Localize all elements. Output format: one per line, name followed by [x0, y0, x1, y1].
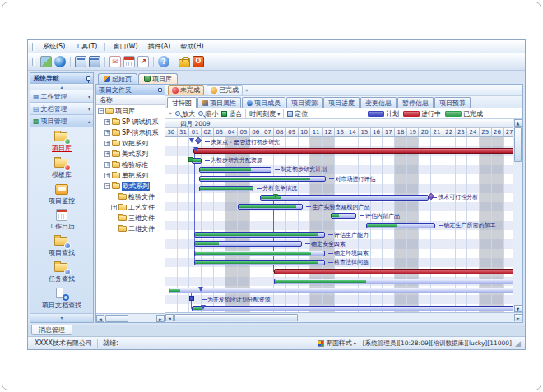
tab-change-info[interactable]: 变更信息 [360, 97, 397, 108]
scroll-down-icon[interactable]: ▼ [514, 305, 522, 312]
help-icon[interactable] [158, 56, 169, 67]
sidebar-item-template-library[interactable]: 模板库 [30, 157, 93, 179]
sidebar-item-project-monitor[interactable]: 项目监控 [30, 183, 93, 205]
sidebar-item-task-search[interactable]: 任务查找 [30, 261, 93, 284]
gantt-bar[interactable] [274, 269, 513, 274]
sidebar-group-work-management[interactable]: ▦工作管理▾ [30, 90, 93, 103]
tree-node[interactable]: 检验文件 [96, 191, 165, 202]
tree-expander-icon[interactable]: + [104, 119, 110, 125]
chart-vertical-scrollbar[interactable]: ▲ ▼ [513, 119, 522, 312]
gantt-bar[interactable] [194, 260, 325, 265]
tree-expander-icon[interactable]: + [104, 162, 110, 168]
tree-node[interactable]: +双把系列 [96, 138, 165, 149]
tree-node[interactable]: −欧式系列 [96, 181, 165, 191]
tab-project-budget[interactable]: 项目预算 [434, 97, 471, 108]
pin-icon[interactable] [158, 88, 162, 92]
more-chevron-icon[interactable]: » [245, 87, 248, 94]
image-icon[interactable] [40, 56, 52, 67]
tree-node[interactable]: +SP-调试机系 [96, 117, 165, 127]
tree-expander-icon[interactable]: + [111, 205, 117, 210]
tree-node[interactable]: +工艺文件 [96, 202, 165, 213]
gantt-bar[interactable] [199, 176, 326, 182]
tab-project-members[interactable]: 项目成员 [242, 97, 285, 108]
zoom-out-button[interactable]: 缩小 [198, 109, 218, 118]
scroll-left-icon[interactable]: ◄ [96, 315, 104, 322]
sidebar-collapse-button[interactable]: ▴ [30, 84, 93, 90]
tree-node[interactable]: +单把系列 [96, 170, 165, 181]
menu-item[interactable]: 系统(S) [38, 41, 70, 52]
gantt-bar[interactable] [194, 241, 302, 247]
gantt-bar[interactable] [331, 213, 356, 219]
locate-button[interactable]: 定位 [287, 109, 308, 118]
sidebar-item-project-search[interactable]: 项目查找 [30, 235, 93, 257]
time-scale-button[interactable]: 时间刻度▾ [249, 109, 280, 118]
tree-expander-icon[interactable]: + [104, 173, 110, 178]
gantt-bar[interactable] [194, 232, 325, 238]
doc-tab-start-page[interactable]: 起始页 [98, 73, 137, 84]
tree-expander-icon[interactable]: + [104, 141, 110, 146]
sidebar-item-project-doc-search[interactable]: 项目文档查找 [30, 288, 93, 310]
power-icon[interactable] [193, 56, 204, 67]
tab-project-progress[interactable]: 项目进度 [323, 97, 360, 108]
sidebar-item-work-calendar[interactable]: 工作日历 [30, 209, 93, 231]
tree-expander-icon[interactable]: + [104, 130, 110, 136]
scroll-thumb[interactable] [514, 127, 522, 162]
gantt-bar[interactable] [274, 279, 513, 284]
tab-project-resources[interactable]: 项目资源 [286, 97, 323, 108]
window-save-icon[interactable] [89, 56, 100, 67]
doc-tab-project-library[interactable]: 项目库 [138, 73, 178, 84]
export-icon[interactable] [137, 56, 149, 67]
tree-expander-icon[interactable]: − [104, 183, 110, 189]
tree-node[interactable]: +美式系列 [96, 149, 165, 159]
menu-item[interactable]: 工具(T) [70, 41, 102, 52]
menu-item[interactable]: 插件(A) [143, 41, 176, 52]
fit-button[interactable]: 适合 [221, 109, 242, 118]
gantt-bar[interactable] [194, 251, 325, 256]
pin-icon[interactable] [86, 76, 90, 81]
style-button[interactable]: 界面样式 [326, 339, 352, 348]
zoom-in-button[interactable]: 放大 [175, 109, 195, 118]
scroll-right-icon[interactable]: ► [514, 314, 522, 321]
tree-node[interactable]: +检验标准 [96, 159, 165, 170]
menu-item[interactable]: 窗口(W) [108, 41, 142, 52]
tree-node[interactable]: +SP-演示机系 [96, 127, 165, 138]
filter-button-incomplete[interactable]: 未完成 [168, 85, 204, 95]
gantt-bar[interactable] [193, 148, 513, 154]
gantt-bar[interactable] [169, 288, 513, 293]
style-dropdown-icon[interactable]: ▾ [354, 340, 356, 346]
filter-button-completed[interactable]: 已完成 [207, 85, 243, 95]
tree-node[interactable]: −项目库 [96, 106, 165, 117]
window-icon[interactable] [75, 56, 86, 67]
tab-message-management[interactable]: 消息管理 [31, 325, 72, 335]
tab-project-properties[interactable]: 项目属性 [197, 97, 241, 108]
scroll-thumb[interactable] [174, 314, 298, 321]
tree-horizontal-scrollbar[interactable]: ◄ ► [96, 313, 165, 322]
sidebar-group-document-management[interactable]: ▤文档管理▾ [30, 103, 93, 115]
tab-pause-info[interactable]: 暂停信息 [397, 97, 434, 108]
calendar-icon[interactable] [123, 56, 135, 67]
scroll-thumb[interactable] [105, 315, 128, 322]
globe-icon[interactable] [54, 56, 66, 67]
tree-node[interactable]: 二维文件 [96, 224, 165, 234]
menu-item[interactable]: 帮助(H) [175, 41, 208, 52]
gantt-bar[interactable] [366, 223, 435, 228]
scroll-left-icon[interactable]: ◄ [165, 314, 174, 321]
scroll-right-icon[interactable]: ► [156, 315, 165, 322]
gantt-bar[interactable] [199, 186, 253, 191]
toolbar-chevron-icon[interactable]: » [169, 110, 172, 117]
tree-node[interactable]: 三维文件 [96, 213, 165, 224]
gantt-bar[interactable] [199, 167, 272, 173]
sidebar-bottom-collapse[interactable]: ▾ [30, 313, 93, 322]
gantt-bar[interactable] [238, 204, 303, 210]
lock-icon[interactable] [179, 59, 190, 67]
mail-icon[interactable] [109, 56, 121, 67]
tab-gantt-chart[interactable]: 甘特图 [167, 97, 197, 108]
tree-expander-icon[interactable]: − [98, 108, 104, 114]
tree-expander-icon[interactable]: + [104, 151, 110, 157]
sidebar-item-project-library[interactable]: 项目库 [30, 131, 93, 153]
resize-grip[interactable]: ◢ [515, 339, 523, 348]
gantt-bar[interactable] [260, 195, 429, 201]
gantt-bar[interactable] [192, 306, 513, 311]
chart-horizontal-scrollbar[interactable]: ◄ ► [165, 312, 522, 322]
sidebar-group-project-management[interactable]: ▩项目管理▴ [30, 115, 93, 127]
